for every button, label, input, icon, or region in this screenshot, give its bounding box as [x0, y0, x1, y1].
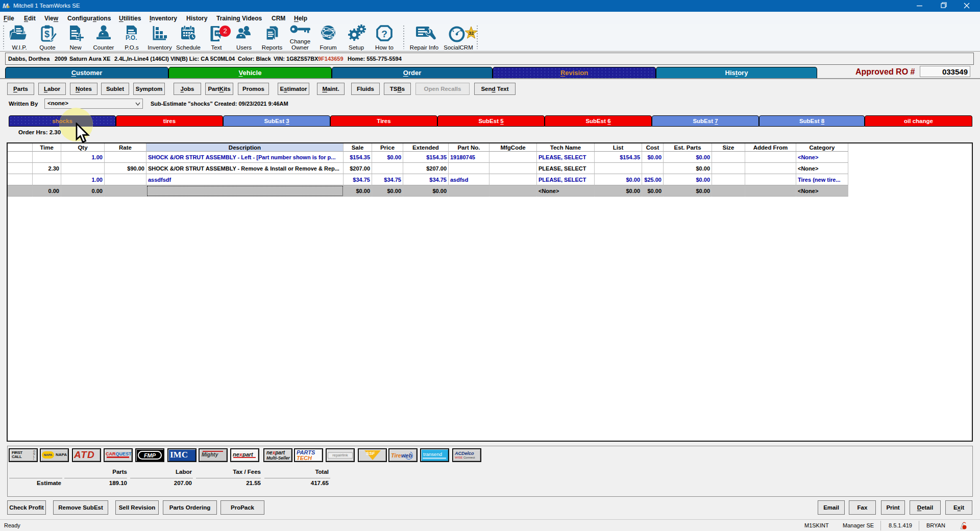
svg-text:+: +: [7, 4, 10, 10]
svg-text:?: ?: [381, 29, 387, 39]
svg-text:P.O.: P.O.: [126, 34, 137, 41]
svg-text:32: 32: [469, 31, 474, 36]
svg-text:$: $: [44, 29, 50, 39]
